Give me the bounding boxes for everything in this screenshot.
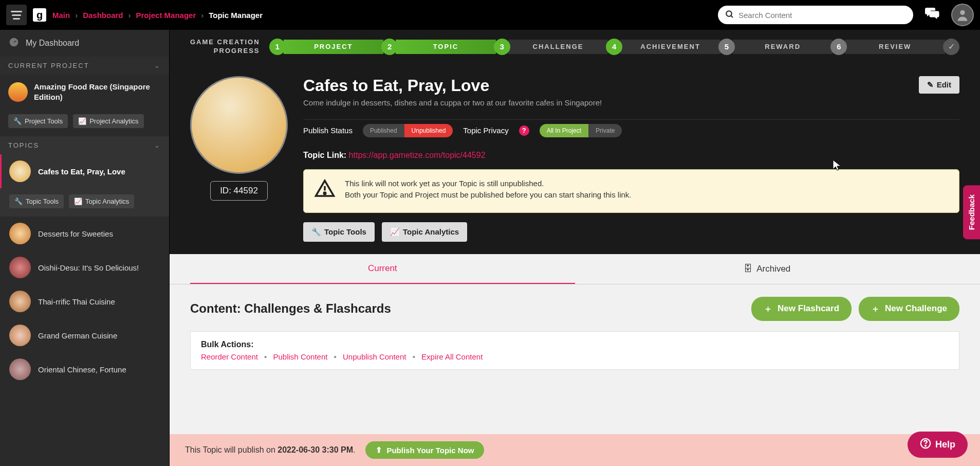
edit-button[interactable]: ✎ Edit: [919, 76, 959, 94]
publish-banner: This Topic will publish on 2022-06-30 3:…: [170, 434, 980, 466]
topic-label: Thai-rrific Thai Cuisine: [38, 297, 115, 306]
topic-thumb: [9, 223, 31, 244]
menu-toggle[interactable]: [6, 5, 27, 25]
plus-icon: ＋: [764, 303, 772, 315]
step-4-circle[interactable]: 4: [606, 39, 622, 55]
chevron-right-icon: ›: [201, 11, 204, 20]
plus-icon: ＋: [871, 303, 880, 315]
publish-status-label: Publish Status: [303, 126, 353, 135]
topic-label: Oriental Chinese, Fortune: [38, 365, 126, 374]
upload-icon: ⬆: [376, 445, 382, 455]
breadcrumb: Main › Dashboard › Project Manager › Top…: [52, 11, 263, 20]
topic-analytics-button[interactable]: 📈 Topic Analytics: [69, 194, 134, 208]
new-flashcard-button[interactable]: ＋ New Flashcard: [751, 297, 852, 321]
topic-label: Cafes to Eat, Pray, Love: [38, 167, 125, 176]
breadcrumb-project-manager[interactable]: Project Manager: [136, 11, 196, 20]
chart-icon: 📈: [78, 117, 86, 125]
chevron-down-icon: ⌄: [154, 141, 161, 149]
warning-box: This link will not work yet as your Topi…: [303, 169, 959, 213]
topic-thumb: [9, 257, 31, 278]
chat-icon[interactable]: [924, 7, 940, 24]
step-4-label[interactable]: ACHIEVEMENT: [620, 40, 720, 54]
svg-point-7: [925, 445, 926, 446]
search-box: [718, 6, 913, 24]
bulk-reorder-link[interactable]: Reorder Content: [201, 352, 258, 361]
bulk-links: Reorder Content • Publish Content • Unpu…: [201, 352, 949, 361]
sidebar-section-topics[interactable]: TOPICS ⌄: [0, 136, 169, 154]
svg-point-0: [726, 11, 732, 16]
svg-point-2: [960, 10, 965, 15]
project-tools-button[interactable]: 🔧 Project Tools: [8, 114, 68, 128]
sidebar-topic-item[interactable]: Oishii-Desu: It's So Delicious!: [0, 250, 169, 284]
sidebar-topic-item[interactable]: Oriental Chinese, Fortune: [0, 352, 169, 386]
unpublished-option[interactable]: Unpublished: [404, 124, 453, 137]
privacy-toggle[interactable]: All In Project Private: [540, 124, 622, 137]
published-option[interactable]: Published: [363, 124, 404, 137]
topic-header: ID: 44592 Cafes to Eat, Pray, Love Come …: [170, 64, 980, 254]
step-5-circle[interactable]: 5: [718, 39, 735, 55]
privacy-private-option[interactable]: Private: [588, 124, 622, 137]
step-2-circle[interactable]: 2: [381, 39, 398, 55]
step-3-circle[interactable]: 3: [494, 39, 510, 55]
tab-current[interactable]: Current: [190, 254, 575, 284]
chevron-right-icon: ›: [128, 11, 131, 20]
sidebar-my-dashboard-label: My Dashboard: [26, 39, 79, 48]
bulk-unpublish-link[interactable]: Unpublish Content: [343, 352, 406, 361]
step-1-circle[interactable]: 1: [269, 39, 286, 55]
publish-status-toggle[interactable]: Published Unpublished: [363, 124, 453, 137]
new-challenge-button[interactable]: ＋ New Challenge: [859, 297, 959, 321]
sidebar-project[interactable]: Amazing Food Race (Singapore Edition): [0, 75, 169, 109]
sidebar-topic-item[interactable]: Cafes to Eat, Pray, Love: [0, 154, 169, 188]
help-button[interactable]: Help: [908, 432, 968, 458]
sidebar: My Dashboard CURRENT PROJECT ⌄ Amazing F…: [0, 30, 170, 466]
topic-link-row: Topic Link: https://app.gametize.com/top…: [303, 151, 959, 160]
breadcrumb-main[interactable]: Main: [52, 11, 70, 20]
step-3-label[interactable]: CHALLENGE: [508, 40, 608, 54]
svg-line-1: [731, 15, 733, 17]
topic-thumb: [9, 359, 31, 380]
dashboard-icon: [8, 37, 20, 49]
topic-tools-button[interactable]: 🔧 Topic Tools: [9, 194, 64, 208]
sidebar-topic-item[interactable]: Grand German Cuisine: [0, 318, 169, 352]
step-1-label[interactable]: PROJECT: [284, 40, 384, 54]
sidebar-my-dashboard[interactable]: My Dashboard: [0, 30, 169, 57]
breadcrumb-current: Topic Manager: [209, 11, 263, 20]
app-logo[interactable]: g: [33, 8, 46, 22]
topic-tools-button[interactable]: 🔧 Topic Tools: [303, 222, 375, 242]
project-analytics-button[interactable]: 📈 Project Analytics: [73, 114, 143, 128]
step-6-label[interactable]: REVIEW: [845, 40, 945, 54]
warning-line1: This link will not work yet as your Topi…: [345, 178, 632, 190]
publish-now-button[interactable]: ⬆ Publish Your Topic Now: [365, 441, 484, 459]
step-complete-icon: ✓: [943, 39, 959, 55]
sidebar-section-current-project[interactable]: CURRENT PROJECT ⌄: [0, 57, 169, 75]
content-tabs: Current 🗄 Archived: [170, 254, 980, 284]
topic-label: Grand German Cuisine: [38, 331, 117, 340]
topic-analytics-button[interactable]: 📈 Topic Analytics: [382, 222, 467, 242]
search-input[interactable]: [718, 6, 913, 24]
topic-thumb: [9, 291, 31, 312]
topic-link[interactable]: https://app.gametize.com/topic/44592: [349, 151, 486, 159]
topic-link-label: Topic Link:: [303, 151, 346, 159]
sidebar-topic-item[interactable]: Desserts for Sweeties: [0, 217, 169, 250]
chart-icon: 📈: [74, 198, 82, 205]
svg-point-5: [324, 192, 326, 194]
feedback-tab[interactable]: Feedback: [963, 185, 980, 239]
bulk-publish-link[interactable]: Publish Content: [273, 352, 328, 361]
publish-banner-text: This Topic will publish on 2022-06-30 3:…: [185, 445, 355, 455]
topic-title: Cafes to Eat, Pray, Love: [303, 76, 602, 95]
step-2-label[interactable]: TOPIC: [396, 40, 496, 54]
bulk-title: Bulk Actions:: [201, 340, 949, 349]
progress-bar: GAME CREATION PROGRESS 1 PROJECT 2 TOPIC…: [170, 30, 980, 64]
search-icon: [725, 10, 734, 21]
warning-line2: Both your Topic and Project must be publ…: [345, 189, 632, 201]
main-area: GAME CREATION PROGRESS 1 PROJECT 2 TOPIC…: [170, 30, 980, 466]
sidebar-topic-item[interactable]: Thai-rrific Thai Cuisine: [0, 284, 169, 318]
step-5-label[interactable]: REWARD: [733, 40, 833, 54]
privacy-all-option[interactable]: All In Project: [540, 124, 588, 137]
tab-archived[interactable]: 🗄 Archived: [575, 254, 960, 284]
chevron-down-icon: ⌄: [154, 62, 161, 69]
breadcrumb-dashboard[interactable]: Dashboard: [83, 11, 123, 20]
bulk-expire-link[interactable]: Expire All Content: [421, 352, 483, 361]
help-icon[interactable]: ?: [519, 126, 529, 136]
user-avatar[interactable]: [951, 4, 974, 26]
